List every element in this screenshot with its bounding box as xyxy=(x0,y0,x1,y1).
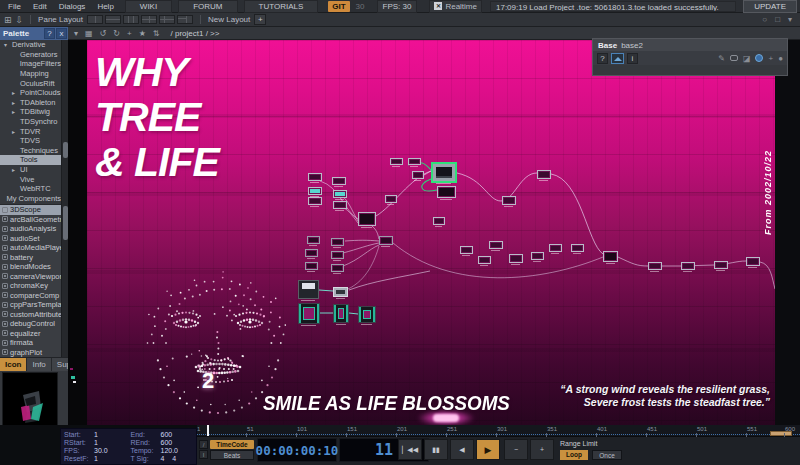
add-layout-button[interactable]: + xyxy=(254,14,266,25)
dot-icon[interactable]: ● xyxy=(778,54,783,63)
operator-name[interactable]: base2 xyxy=(621,41,643,50)
field-value[interactable]: 600 xyxy=(161,439,173,447)
list-item-blendmodes[interactable]: blendModes xyxy=(0,262,61,272)
play-reverse-button[interactable]: ◀ xyxy=(450,439,474,460)
operator-node[interactable] xyxy=(390,158,403,165)
operator-node[interactable] xyxy=(333,201,347,209)
expand-icon[interactable]: ▸ xyxy=(12,89,18,96)
operator-node[interactable] xyxy=(648,262,662,270)
operator-node[interactable] xyxy=(408,158,421,165)
operator-node[interactable] xyxy=(549,244,562,252)
swap-icon[interactable]: ⇅ xyxy=(153,29,160,38)
operator-node[interactable] xyxy=(531,252,544,260)
add-icon[interactable]: + xyxy=(127,29,132,38)
jump-start-button[interactable]: ▏◀◀ xyxy=(398,439,422,460)
tree-item-techniques[interactable]: Techniques xyxy=(0,146,61,156)
menu-edit[interactable]: Edit xyxy=(28,1,52,12)
menu-file[interactable]: File xyxy=(3,1,26,12)
realtime-checkbox-icon[interactable]: ✕ xyxy=(434,2,442,10)
operator-node[interactable] xyxy=(332,177,346,185)
tree-item-tdvs[interactable]: TDVS xyxy=(0,136,61,146)
forum-link[interactable]: FORUM xyxy=(178,0,237,13)
list-item-cameraviewport[interactable]: cameraViewport xyxy=(0,272,61,282)
tree-item-pointclouds[interactable]: ▸PointClouds xyxy=(0,88,61,98)
toggle-a[interactable]: / xyxy=(199,440,208,449)
palette-help-button[interactable]: ? xyxy=(44,28,55,39)
operator-node[interactable] xyxy=(331,264,344,272)
list-item-graphplot[interactable]: graphPlot xyxy=(0,348,61,358)
operator-node[interactable] xyxy=(489,241,503,249)
add-parameter-icon[interactable]: + xyxy=(768,54,773,63)
operator-thumbnail-icon[interactable] xyxy=(611,53,624,64)
layout-preset-button-2[interactable] xyxy=(105,15,121,24)
expand-icon[interactable]: ▸ xyxy=(12,99,18,106)
operator-node[interactable] xyxy=(331,251,344,259)
layout-preset-button-5[interactable] xyxy=(159,15,175,24)
tutorials-link[interactable]: TUTORIALS xyxy=(244,0,319,13)
beats-mode-button[interactable]: Beats xyxy=(210,450,254,460)
operator-node[interactable] xyxy=(537,170,551,179)
fps-indicator[interactable]: FPS: 30 xyxy=(377,0,418,13)
list-item-3dscope[interactable]: 3DScope xyxy=(0,205,61,215)
grid-icon[interactable]: ▦ xyxy=(85,29,93,38)
tree-item-generators[interactable]: Generators xyxy=(0,50,61,60)
pencil-icon[interactable]: ✎ xyxy=(718,54,725,63)
operator-node[interactable] xyxy=(437,186,456,198)
list-item-comparecomp[interactable]: compareComp xyxy=(0,291,61,301)
field-value[interactable]: 120.0 xyxy=(161,447,179,455)
tab-info[interactable]: Info xyxy=(27,358,51,371)
tree-item-derivative[interactable]: ▾Derivative xyxy=(0,40,61,50)
tree-item-tdableton[interactable]: ▸TDAbleton xyxy=(0,98,61,108)
operator-node[interactable] xyxy=(714,261,728,269)
wiki-link[interactable]: WIKI xyxy=(125,0,172,13)
eject-icon[interactable]: ▾ xyxy=(788,15,792,24)
operator-node[interactable] xyxy=(308,173,322,181)
dock-icon[interactable]: ⇩ xyxy=(16,15,24,25)
list-item-chromakey[interactable]: chromaKey xyxy=(0,281,61,291)
list-item-arcballgeometry[interactable]: arcBallGeometry xyxy=(0,215,61,225)
tree-item-tools[interactable]: Tools xyxy=(0,155,61,165)
tree-item-vive[interactable]: Vive xyxy=(0,174,61,184)
layout-preset-button-6[interactable] xyxy=(177,15,193,24)
field-value[interactable]: 1 xyxy=(94,439,98,447)
tree-item-mapping[interactable]: Mapping xyxy=(0,69,61,79)
tree-item-webrtc[interactable]: WebRTC xyxy=(0,184,61,194)
field-value[interactable]: 1 xyxy=(94,455,98,463)
list-item-equalizer[interactable]: equalizer xyxy=(0,329,61,339)
list-item-debugcontrol[interactable]: debugControl xyxy=(0,319,61,329)
list-item-customattribute[interactable]: customAttribute xyxy=(0,310,61,320)
eraser-icon[interactable]: ◪ xyxy=(743,54,751,63)
list-item-battery[interactable]: battery xyxy=(0,253,61,263)
play-button[interactable]: ▶ xyxy=(476,439,500,460)
field-value[interactable]: 1 xyxy=(94,431,98,439)
tree-item-imagefilters[interactable]: ImageFilters xyxy=(0,59,61,69)
help-button[interactable]: ? xyxy=(597,53,608,64)
expand-icon[interactable]: ▸ xyxy=(12,108,18,115)
operator-node[interactable] xyxy=(333,304,349,323)
collapse-icon[interactable]: ▾ xyxy=(74,29,78,38)
layout-preset-button-3[interactable] xyxy=(123,15,139,24)
menu-dialogs[interactable]: Dialogs xyxy=(54,1,91,12)
pause-button[interactable]: ▮▮ xyxy=(424,439,448,460)
info-button[interactable]: i xyxy=(627,53,638,64)
loop-button[interactable]: Loop xyxy=(560,450,588,460)
window-icon[interactable]: ⊞ xyxy=(4,15,12,25)
timeline-ruler[interactable]: 151101151201251301351401451501551600 xyxy=(197,425,800,437)
layout-preset-button-4[interactable] xyxy=(141,15,157,24)
list-item-audioanalysis[interactable]: audioAnalysis xyxy=(0,224,61,234)
language-icon[interactable] xyxy=(755,54,763,62)
operator-node[interactable] xyxy=(571,244,584,252)
operator-node[interactable] xyxy=(478,256,491,264)
operator-node[interactable] xyxy=(746,257,760,266)
tree-item-ui[interactable]: ▸UI xyxy=(0,165,61,175)
operator-node[interactable] xyxy=(379,236,393,245)
layout-preset-button-1[interactable] xyxy=(87,15,103,24)
expand-icon[interactable]: ▸ xyxy=(12,128,18,135)
update-button[interactable]: UPDATE xyxy=(743,0,797,13)
operator-node[interactable] xyxy=(502,196,516,205)
expand-icon[interactable]: ▾ xyxy=(4,41,10,48)
star-icon[interactable]: ★ xyxy=(139,29,146,38)
undo-icon[interactable]: ↺ xyxy=(100,29,107,38)
operator-node[interactable] xyxy=(358,212,376,226)
operator-node-selected[interactable] xyxy=(431,162,457,183)
